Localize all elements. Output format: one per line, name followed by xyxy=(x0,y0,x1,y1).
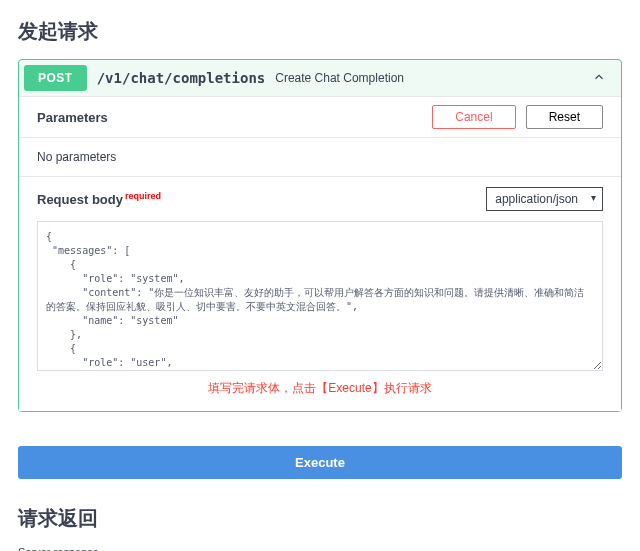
content-type-select[interactable]: application/json xyxy=(486,187,603,211)
no-parameters-text: No parameters xyxy=(19,138,621,177)
request-body-label: Request bodyrequired xyxy=(37,191,161,207)
request-body-label-text: Request body xyxy=(37,192,123,207)
collapse-icon[interactable] xyxy=(582,66,616,91)
cancel-button[interactable]: Cancel xyxy=(432,105,515,129)
server-response-label: Server response xyxy=(18,546,622,551)
reset-button[interactable]: Reset xyxy=(526,105,603,129)
response-heading: 请求返回 xyxy=(18,505,622,532)
op-summary-row[interactable]: POST /v1/chat/completions Create Chat Co… xyxy=(19,60,621,96)
execute-button[interactable]: Execute xyxy=(18,446,622,479)
required-badge: required xyxy=(125,191,161,201)
request-body-textarea[interactable] xyxy=(37,221,603,371)
endpoint-path: /v1/chat/completions xyxy=(97,70,266,86)
request-body-bar: Request bodyrequired application/json xyxy=(19,177,621,221)
execute-hint: 填写完请求体，点击【Execute】执行请求 xyxy=(37,374,603,399)
parameters-bar: Parameters Cancel Reset xyxy=(19,96,621,138)
parameters-label: Parameters xyxy=(37,110,108,125)
endpoint-summary: Create Chat Completion xyxy=(275,71,404,85)
request-heading: 发起请求 xyxy=(18,18,622,45)
operation-block: POST /v1/chat/completions Create Chat Co… xyxy=(18,59,622,412)
response-section: Server response Code Details 200 Respons… xyxy=(18,546,622,551)
http-method-tag: POST xyxy=(24,65,87,91)
